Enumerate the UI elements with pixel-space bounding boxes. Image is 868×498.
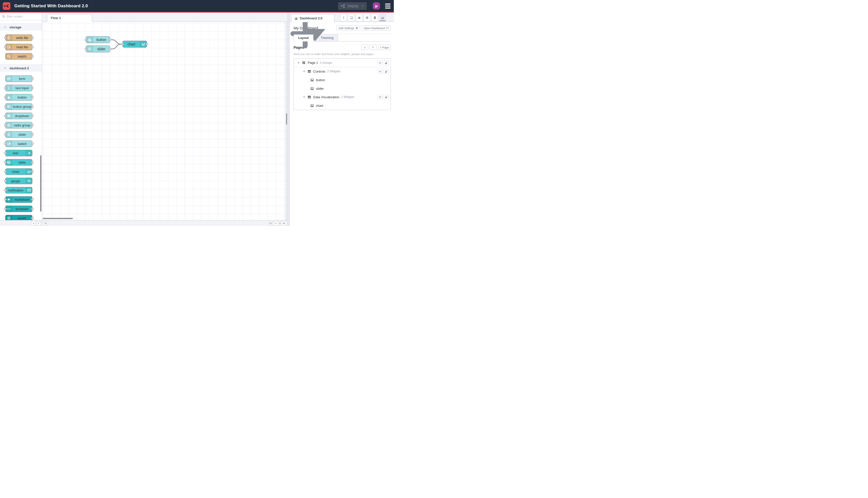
palette-node-table[interactable]: table (5, 159, 32, 166)
flow-node-chart[interactable]: chart (123, 41, 147, 48)
node-output-port[interactable] (31, 115, 34, 117)
tree-row-widget-button[interactable]: button (294, 76, 390, 84)
palette-node-read-file[interactable]: read file (5, 44, 32, 50)
chevron-down-icon[interactable] (303, 70, 306, 73)
palette-node-notification[interactable]: notification (5, 187, 32, 194)
expand-all-categories-button[interactable] (37, 221, 41, 225)
palette-node-chart[interactable]: chart (5, 168, 32, 175)
node-input-port[interactable] (85, 39, 87, 41)
node-input-port[interactable] (4, 46, 6, 48)
node-output-port[interactable] (31, 161, 34, 163)
user-avatar[interactable]: jp (373, 2, 380, 10)
palette-node-form[interactable]: form (5, 75, 32, 82)
palette-node-button[interactable]: button (5, 94, 32, 101)
toggle-visibility-button[interactable] (377, 69, 383, 74)
node-output-port[interactable] (31, 133, 34, 135)
navigator-button[interactable] (268, 221, 273, 225)
tab-debug-button[interactable] (356, 14, 362, 21)
deploy-button[interactable]: Deploy (338, 2, 367, 10)
zoom-out-button[interactable] (274, 221, 278, 225)
tab-flow-1[interactable]: Flow 1 (47, 14, 92, 22)
node-output-port[interactable] (31, 198, 34, 200)
palette-category-dashboard-2[interactable]: dashboard 2 (0, 64, 42, 71)
collapse-all-pages-button[interactable] (361, 45, 368, 50)
palette-node-markdown[interactable]: markdown (5, 196, 32, 203)
add-flow-button[interactable] (267, 15, 272, 20)
node-input-port[interactable] (4, 198, 6, 200)
canvas-horizontal-scrollbar[interactable] (43, 218, 73, 219)
node-input-port[interactable] (4, 189, 6, 191)
node-input-port[interactable] (4, 161, 6, 163)
node-output-port[interactable] (31, 208, 34, 210)
tree-row-page-1[interactable]: Page 1 2 Groups (294, 58, 390, 67)
node-input-port[interactable] (4, 96, 6, 98)
collapse-all-categories-button[interactable] (31, 221, 36, 225)
node-output-port[interactable] (31, 46, 34, 48)
zoom-reset-button[interactable] (278, 221, 282, 225)
node-output-port[interactable] (31, 55, 34, 57)
node-input-port[interactable] (4, 115, 6, 117)
palette-node-event[interactable]: event (5, 215, 32, 220)
toggle-visibility-button[interactable] (377, 60, 383, 65)
palette-node-text[interactable]: text (5, 150, 32, 156)
flow-node-button[interactable]: button (86, 36, 110, 43)
palette-node-slider[interactable]: slider (5, 131, 32, 138)
palette-node-watch[interactable]: watch (5, 53, 32, 60)
toggle-lock-button[interactable] (384, 60, 389, 65)
node-input-port[interactable] (85, 48, 87, 50)
tree-row-data-visualization-group[interactable]: Data Visualization 1 Widgets (294, 93, 390, 101)
tree-row-controls-group[interactable]: Controls 2 Widgets (294, 67, 390, 76)
node-output-port[interactable] (109, 48, 111, 50)
flow-list-button[interactable] (277, 16, 281, 19)
node-output-port[interactable] (31, 143, 34, 145)
filter-nodes-input[interactable] (7, 15, 40, 18)
add-page-button[interactable]: + Page (378, 45, 391, 50)
node-input-port[interactable] (4, 106, 6, 107)
zoom-in-button[interactable] (282, 221, 286, 225)
node-output-port[interactable] (31, 217, 34, 219)
node-input-port[interactable] (4, 180, 6, 182)
node-input-port[interactable] (4, 37, 6, 39)
node-output-port[interactable] (31, 106, 34, 107)
chevron-down-icon[interactable] (303, 95, 306, 99)
node-input-port[interactable] (4, 143, 6, 145)
tree-row-widget-slider[interactable]: slider (294, 84, 390, 93)
node-input-port[interactable] (121, 43, 124, 45)
node-input-port[interactable] (4, 87, 6, 89)
flow-node-slider[interactable]: slider (86, 45, 110, 52)
tab-dashboard-2[interactable]: Dashboard 2.0 (291, 14, 334, 22)
tab-context-data-button[interactable] (372, 14, 378, 21)
toggle-lock-button[interactable] (384, 94, 389, 100)
palette-node-write-file[interactable]: write file (5, 35, 32, 41)
node-input-port[interactable] (4, 133, 6, 135)
palette-scrollbar[interactable] (40, 155, 41, 212)
palette-node-radio-group[interactable]: radio group (5, 122, 32, 128)
tab-help-button[interactable] (348, 14, 355, 21)
canvas-vertical-scrollbar[interactable] (286, 113, 287, 124)
node-output-port[interactable] (146, 43, 148, 45)
deploy-options-caret-icon[interactable] (361, 4, 364, 8)
node-output-port[interactable] (31, 171, 34, 173)
palette-node-text-input[interactable]: text input (5, 85, 32, 91)
expand-all-pages-button[interactable] (370, 45, 376, 50)
tab-dashboard-button[interactable] (379, 14, 386, 21)
flow-canvas[interactable]: button slider chart (42, 22, 288, 220)
node-output-port[interactable] (31, 37, 34, 39)
search-flows-button[interactable] (44, 221, 48, 225)
node-output-port[interactable] (31, 124, 34, 126)
sidebar-tab-list-button[interactable] (389, 16, 392, 19)
tree-row-widget-chart[interactable]: chart (294, 101, 390, 110)
open-dashboard-button[interactable]: Open Dashboard (362, 25, 391, 31)
palette-category-storage[interactable]: storage (0, 23, 42, 31)
node-input-port[interactable] (4, 124, 6, 126)
node-output-port[interactable] (31, 87, 34, 89)
palette-node-dropdown[interactable]: dropdown (5, 113, 32, 119)
tab-info-button[interactable] (340, 14, 347, 21)
node-output-port[interactable] (109, 39, 111, 41)
palette-node-switch[interactable]: switch (5, 141, 32, 147)
node-output-port[interactable] (31, 96, 34, 98)
node-input-port[interactable] (4, 208, 6, 210)
node-output-port[interactable] (31, 78, 34, 80)
chevron-down-icon[interactable] (297, 61, 300, 64)
toggle-visibility-button[interactable] (377, 94, 383, 100)
